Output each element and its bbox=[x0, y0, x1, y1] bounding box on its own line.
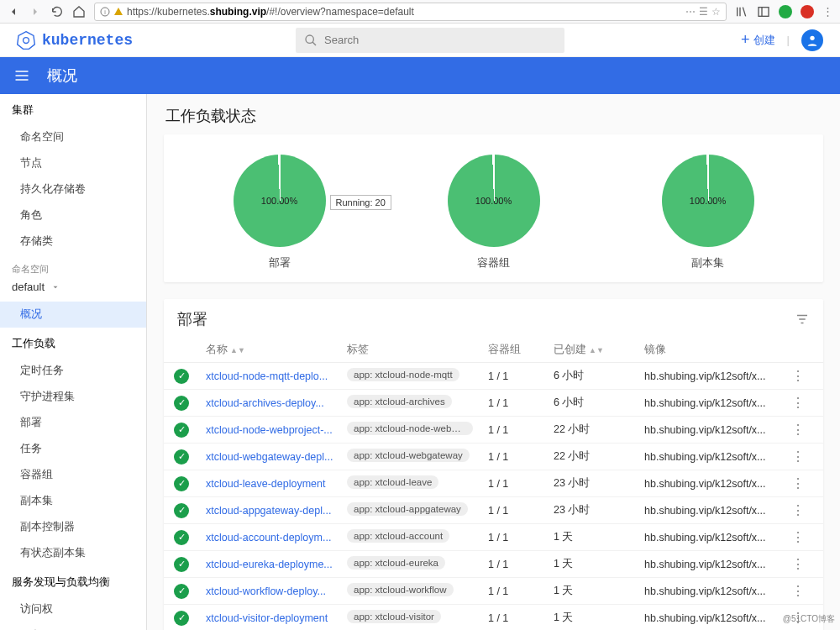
url-text: https://kubernetes.shubing.vip/#!/overvi… bbox=[127, 6, 414, 18]
info-icon: i bbox=[100, 7, 110, 17]
sidebar-workload-item-2[interactable]: 部署 bbox=[0, 410, 146, 436]
sidebar-workload-item-4[interactable]: 容器组 bbox=[0, 462, 146, 488]
sidebar-cluster-item-2[interactable]: 持久化存储卷 bbox=[0, 176, 146, 202]
row-menu-icon[interactable]: ⋮ bbox=[785, 449, 811, 465]
deployment-link[interactable]: xtcloud-archives-deploy... bbox=[206, 397, 340, 409]
sidebar-workload-item-6[interactable]: 副本控制器 bbox=[0, 514, 146, 540]
table-row: ✓ xtcloud-leave-deployment app: xtcloud-… bbox=[164, 470, 823, 497]
table-row: ✓ xtcloud-archives-deploy... app: xtclou… bbox=[164, 390, 823, 417]
ext-red-icon[interactable] bbox=[801, 5, 814, 18]
table-row: ✓ xtcloud-workflow-deploy... app: xtclou… bbox=[164, 578, 823, 605]
label-chip[interactable]: app: xtcloud-node-mqtt bbox=[347, 368, 459, 381]
sidebar-cluster-item-0[interactable]: 命名空间 bbox=[0, 124, 146, 150]
workload-status-card: 100.00%部署Running: 20100.00%容器组100.00%副本集 bbox=[164, 134, 823, 282]
deployment-link[interactable]: xtcloud-node-mqtt-deplo... bbox=[206, 370, 340, 382]
label-chip[interactable]: app: xtcloud-webgateway bbox=[347, 449, 470, 462]
library-icon[interactable] bbox=[735, 5, 748, 18]
status-chart-1: 100.00%容器组 bbox=[448, 155, 540, 270]
row-menu-icon[interactable]: ⋮ bbox=[785, 422, 811, 438]
row-menu-icon[interactable]: ⋮ bbox=[785, 556, 811, 572]
deployment-link[interactable]: xtcloud-workflow-deploy... bbox=[206, 585, 340, 597]
ext-green-icon[interactable] bbox=[779, 5, 792, 18]
status-ok-icon: ✓ bbox=[174, 396, 189, 411]
row-menu-icon[interactable]: ⋮ bbox=[785, 368, 811, 384]
label-chip[interactable]: app: xtcloud-leave bbox=[347, 475, 438, 489]
namespace-selector[interactable]: default bbox=[0, 277, 146, 302]
row-menu-icon[interactable]: ⋮ bbox=[785, 529, 811, 545]
row-menu-icon[interactable]: ⋮ bbox=[785, 395, 811, 411]
create-button[interactable]: + 创建 bbox=[741, 31, 775, 49]
svg-rect-2 bbox=[759, 7, 769, 16]
col-name[interactable]: 名称▲▼ bbox=[206, 343, 340, 357]
deployment-link[interactable]: xtcloud-node-webproject-... bbox=[206, 424, 340, 436]
brand-logo[interactable]: kubernetes bbox=[17, 31, 133, 50]
search-box[interactable]: Search bbox=[296, 28, 564, 53]
created-cell: 22 小时 bbox=[554, 423, 638, 437]
table-row: ✓ xtcloud-eureka-deployme... app: xtclou… bbox=[164, 551, 823, 578]
col-image: 镜像 bbox=[644, 343, 779, 357]
sidebar-cluster-item-4[interactable]: 存储类 bbox=[0, 228, 146, 255]
search-icon bbox=[304, 34, 318, 47]
table-row: ✓ xtcloud-visitor-deployment app: xtclou… bbox=[164, 605, 823, 630]
status-ok-icon: ✓ bbox=[174, 449, 189, 465]
label-chip[interactable]: app: xtcloud-archives bbox=[347, 395, 452, 408]
star-icon[interactable]: ☆ bbox=[711, 6, 721, 18]
row-menu-icon[interactable]: ⋮ bbox=[785, 475, 811, 491]
pods-cell: 1 / 1 bbox=[488, 612, 547, 624]
status-ok-icon: ✓ bbox=[174, 476, 189, 491]
back-icon[interactable] bbox=[7, 5, 20, 18]
chart-label-1: 容器组 bbox=[477, 255, 510, 270]
label-chip[interactable]: app: xtcloud-node-webpr... bbox=[347, 422, 473, 435]
forward-icon[interactable] bbox=[29, 5, 42, 18]
deployment-link[interactable]: xtcloud-leave-deployment bbox=[206, 478, 340, 490]
sidebar-workload-item-0[interactable]: 定时任务 bbox=[0, 358, 146, 384]
sidebar-svc-item-0[interactable]: 访问权 bbox=[0, 596, 146, 622]
sidebar-icon[interactable] bbox=[757, 5, 770, 18]
sidebar-cluster-item-1[interactable]: 节点 bbox=[0, 150, 146, 176]
sidebar-workload-item-5[interactable]: 副本集 bbox=[0, 488, 146, 514]
url-bar[interactable]: i https://kubernetes.shubing.vip/#!/over… bbox=[94, 3, 727, 21]
sidebar-cluster-item-3[interactable]: 角色 bbox=[0, 202, 146, 228]
sidebar-svc-item-1[interactable]: 服务 bbox=[0, 622, 146, 630]
sidebar-section-workloads[interactable]: 工作负载 bbox=[0, 328, 146, 358]
col-created[interactable]: 已创建▲▼ bbox=[554, 343, 638, 357]
reload-icon[interactable] bbox=[50, 5, 64, 18]
sidebar-workload-item-1[interactable]: 守护进程集 bbox=[0, 384, 146, 410]
label-chip[interactable]: app: xtcloud-workflow bbox=[347, 583, 454, 596]
chart-tooltip: Running: 20 bbox=[330, 195, 391, 210]
label-chip[interactable]: app: xtcloud-eureka bbox=[347, 556, 445, 570]
more-icon[interactable]: ⋮ bbox=[822, 5, 833, 18]
created-cell: 23 小时 bbox=[554, 476, 638, 491]
kubernetes-icon bbox=[17, 31, 35, 50]
home-icon[interactable] bbox=[72, 5, 86, 18]
label-chip[interactable]: app: xtcloud-appgateway bbox=[347, 502, 468, 516]
image-cell: hb.shubing.vip/k12soft/x... bbox=[644, 612, 779, 624]
chart-label-0: 部署 bbox=[269, 255, 291, 270]
label-chip[interactable]: app: xtcloud-visitor bbox=[347, 610, 441, 623]
reader-icon[interactable]: ☰ bbox=[699, 6, 708, 18]
pods-cell: 1 / 1 bbox=[488, 585, 547, 597]
col-labels: 标签 bbox=[347, 343, 481, 357]
menu-icon[interactable] bbox=[13, 67, 30, 84]
sidebar-section-cluster[interactable]: 集群 bbox=[0, 94, 146, 124]
table-row: ✓ xtcloud-node-mqtt-deplo... app: xtclou… bbox=[164, 363, 823, 390]
status-ok-icon: ✓ bbox=[174, 611, 189, 626]
account-icon[interactable] bbox=[801, 29, 823, 51]
sidebar-section-services[interactable]: 服务发现与负载均衡 bbox=[0, 566, 146, 596]
row-menu-icon[interactable]: ⋮ bbox=[785, 502, 811, 518]
deployment-link[interactable]: xtcloud-appgateway-depl... bbox=[206, 505, 340, 517]
table-row: ✓ xtcloud-webgateway-depl... app: xtclou… bbox=[164, 444, 823, 470]
pie-1: 100.00% bbox=[448, 155, 540, 247]
pods-cell: 1 / 1 bbox=[488, 397, 547, 409]
deployment-link[interactable]: xtcloud-webgateway-depl... bbox=[206, 451, 340, 463]
image-cell: hb.shubing.vip/k12soft/x... bbox=[644, 585, 779, 597]
deployment-link[interactable]: xtcloud-account-deploym... bbox=[206, 532, 340, 543]
deployment-link[interactable]: xtcloud-visitor-deployment bbox=[206, 612, 340, 624]
sidebar-item-overview[interactable]: 概况 bbox=[0, 302, 146, 328]
deployment-link[interactable]: xtcloud-eureka-deployme... bbox=[206, 559, 340, 570]
row-menu-icon[interactable]: ⋮ bbox=[785, 583, 811, 599]
sidebar-workload-item-7[interactable]: 有状态副本集 bbox=[0, 540, 146, 566]
filter-icon[interactable] bbox=[795, 312, 810, 327]
label-chip[interactable]: app: xtcloud-account bbox=[347, 529, 449, 543]
sidebar-workload-item-3[interactable]: 任务 bbox=[0, 436, 146, 462]
